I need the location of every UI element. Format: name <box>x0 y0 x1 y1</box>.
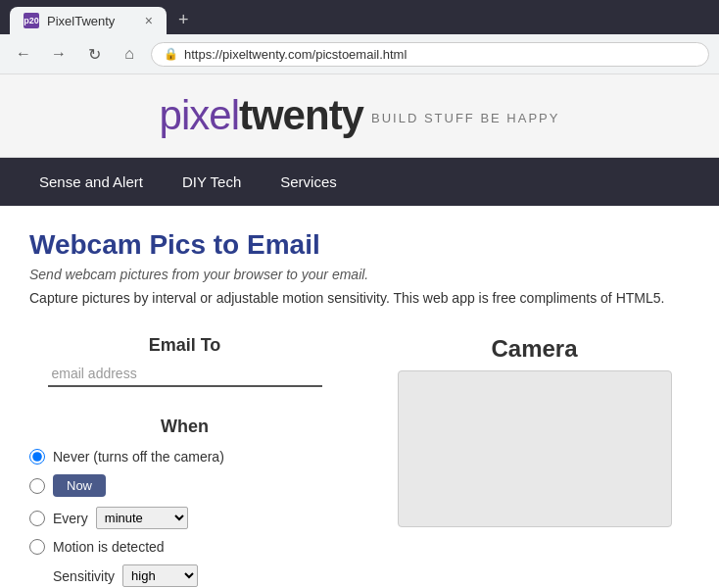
home-button[interactable]: ⌂ <box>116 40 143 68</box>
radio-never[interactable] <box>29 449 45 465</box>
email-input[interactable] <box>48 362 322 387</box>
radio-motion[interactable] <box>29 539 45 555</box>
back-icon: ← <box>16 45 31 63</box>
nav-item-sense-and-alert[interactable]: Sense and Alert <box>20 158 163 206</box>
browser-tab-bar: p20 PixelTwenty × + <box>0 0 719 34</box>
forward-button[interactable]: → <box>45 40 72 68</box>
nav-item-services[interactable]: Services <box>261 158 357 206</box>
radio-row-motion: Motion is detected <box>29 539 340 555</box>
radio-motion-label: Motion is detected <box>53 539 165 555</box>
radio-never-label: Never (turns off the camera) <box>53 449 224 465</box>
address-bar[interactable]: 🔒 https://pixeltwenty.com/picstoemail.ht… <box>151 42 709 67</box>
active-tab[interactable]: p20 PixelTwenty × <box>10 7 167 34</box>
site-nav: Sense and Alert DIY Tech Services <box>0 158 719 206</box>
logo-pixel: pixel <box>160 92 239 138</box>
url-text: https://pixeltwenty.com/picstoemail.html <box>184 47 407 62</box>
radio-every[interactable] <box>29 511 45 526</box>
radio-group: Never (turns off the camera) Now Every m… <box>29 449 340 587</box>
forward-icon: → <box>51 45 67 63</box>
site-header: pixeltwentyBUILD STUFF BE HAPPY <box>0 74 719 158</box>
sensitivity-label: Sensitivity <box>53 568 115 584</box>
new-tab-button[interactable]: + <box>170 6 197 34</box>
radio-row-now: Now <box>29 474 340 497</box>
home-icon: ⌂ <box>124 45 134 63</box>
sensitivity-select[interactable]: high medium low <box>122 564 198 587</box>
nav-item-diy-tech[interactable]: DIY Tech <box>163 158 261 206</box>
two-column-layout: Email To When Never (turns off the camer… <box>29 335 690 587</box>
sensitivity-row: Sensitivity high medium low <box>29 564 340 587</box>
radio-row-never: Never (turns off the camera) <box>29 449 340 465</box>
tab-close-button[interactable]: × <box>145 13 153 28</box>
reload-button[interactable]: ↻ <box>80 40 108 68</box>
logo-twenty: twenty <box>239 92 363 138</box>
email-label: Email To <box>29 335 340 356</box>
page-description: Capture pictures by interval or adjustab… <box>29 290 690 306</box>
back-button[interactable]: ← <box>10 40 37 68</box>
page-title: Webcam Pics to Email <box>29 229 690 261</box>
radio-every-label: Every <box>53 511 88 526</box>
radio-row-every: Every minute 5 minutes 10 minutes 30 min… <box>29 507 340 529</box>
email-section: Email To <box>29 335 340 387</box>
now-button[interactable]: Now <box>53 474 106 497</box>
tab-favicon: p20 <box>24 13 39 28</box>
security-icon: 🔒 <box>164 47 178 61</box>
radio-now[interactable] <box>29 478 45 494</box>
site-logo: pixeltwentyBUILD STUFF BE HAPPY <box>160 92 560 138</box>
camera-preview <box>398 370 672 527</box>
reload-icon: ↻ <box>88 45 101 64</box>
left-column: Email To When Never (turns off the camer… <box>29 335 340 587</box>
right-column: Camera <box>379 335 690 587</box>
camera-title: Camera <box>491 335 577 363</box>
page-subtitle: Send webcam pictures from your browser t… <box>29 267 690 282</box>
main-content: Webcam Pics to Email Send webcam picture… <box>0 206 719 588</box>
tab-title: PixelTwenty <box>47 14 115 28</box>
logo-tagline: BUILD STUFF BE HAPPY <box>371 111 559 125</box>
when-section: When Never (turns off the camera) Now <box>29 416 340 587</box>
address-bar-row: ← → ↻ ⌂ 🔒 https://pixeltwenty.com/picsto… <box>0 34 719 74</box>
interval-select[interactable]: minute 5 minutes 10 minutes 30 minutes <box>96 507 188 529</box>
when-label: When <box>29 416 340 437</box>
